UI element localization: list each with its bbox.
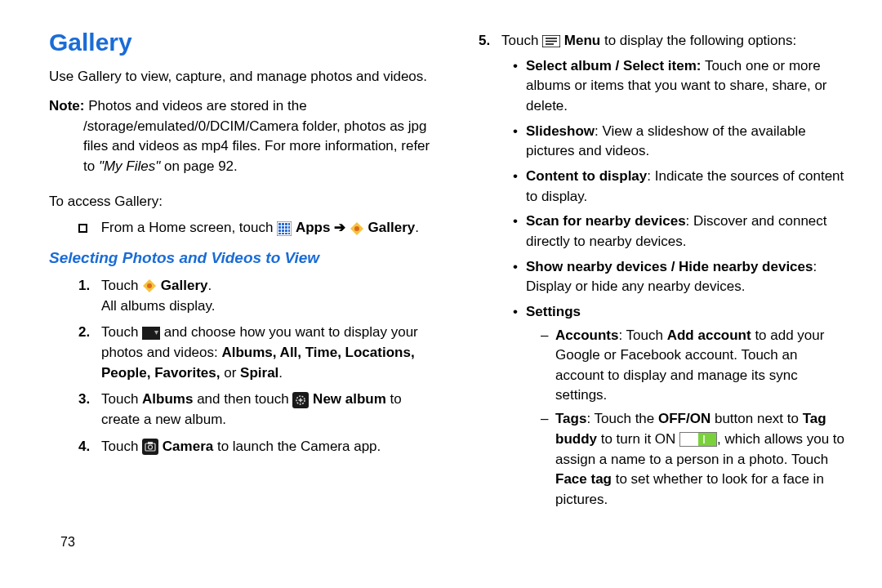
step-3-b: and then touch [193,391,292,407]
tag-b: OFF/ON [658,411,710,426]
step-4: 4. Touch Camera to launch the Camera app… [78,437,433,457]
setting-tags: Tags: Touch the OFF/ON button next to Ta… [541,409,849,510]
opt-scan: Scan for nearby devices: Discover and co… [513,212,849,252]
step-5-b: to display the following options: [600,33,796,48]
svg-rect-11 [285,229,287,232]
gallery-icon [142,276,157,296]
svg-rect-12 [288,229,290,232]
toggle-on-icon [679,430,717,450]
apps-label: Apps [296,220,331,235]
tag-g: Face tag [555,471,612,487]
opt-slideshow: Slideshow: View a slideshow of the avail… [513,122,849,162]
page-title: Gallery [49,24,433,60]
apps-grid-icon [277,219,292,239]
tag-c: button next to [710,411,802,426]
step-5: 5. Touch Menu to display the following o… [479,31,849,510]
step-2-or: or [224,365,240,381]
step-3-alb: Albums [142,391,193,407]
step-1-gallery: Gallery [161,278,208,293]
intro-text: Use Gallery to view, capture, and manage… [49,67,433,87]
svg-rect-4 [288,223,290,225]
menu-icon [542,31,560,51]
step-3-a: Touch [101,391,142,407]
step-1-line2: All albums display. [101,296,433,317]
o5t: Show nearby devices / Hide nearby device… [526,259,813,274]
step-2-a: Touch [101,324,142,340]
svg-rect-21 [142,327,160,340]
gallery-icon [350,219,364,239]
svg-rect-29 [148,442,153,444]
menu-options: Select album / Select item: Touch one or… [501,56,849,510]
opt-content: Content to display: Indicate the sources… [513,167,849,207]
svg-point-18 [354,226,359,231]
left-column: Gallery Use Gallery to view, capture, an… [49,24,433,551]
step-2-end: . [278,365,283,381]
opt-select: Select album / Select item: Touch one or… [513,56,849,117]
acc-t: Accounts [555,327,618,343]
arrow-icon: ➔ [334,220,350,235]
step-3-num: 3. [78,390,90,410]
note-label: Note: [49,98,84,114]
svg-rect-1 [278,223,281,225]
tag-t: Tags [555,411,586,426]
acc-a: : Touch [618,327,666,343]
step-2-last: Spiral [240,365,278,381]
from-home-line: From a Home screen, touch Apps ➔ Gallery… [49,218,433,238]
tag-a: : Touch the [586,411,658,426]
svg-rect-5 [278,226,281,229]
setting-accounts: Accounts: Touch Add account to add your … [541,326,849,407]
svg-rect-27 [142,439,158,455]
o3t: Content to display [526,168,647,184]
step-4-a: Touch [101,439,142,454]
step-3-na: New album [313,391,386,407]
step-1: 1. Touch Gallery. All albums display. [78,276,433,316]
step-1-a: Touch [101,278,142,293]
svg-rect-9 [278,229,281,232]
dropdown-dark-icon [142,323,160,343]
svg-rect-8 [288,226,290,229]
step-5-num: 5. [479,31,490,51]
note-block: Note: Photos and videos are stored in th… [49,96,433,177]
svg-rect-14 [282,233,284,234]
svg-rect-15 [285,233,287,234]
svg-rect-13 [278,233,281,234]
access-header: To access Gallery: [49,192,433,212]
o2t: Slideshow [526,123,595,139]
gallery-label: Gallery [368,220,416,235]
svg-rect-36 [698,433,716,446]
from-end: . [415,220,419,235]
svg-rect-2 [282,223,284,225]
settings-sublist: Accounts: Touch Add account to add your … [526,326,849,510]
svg-point-20 [147,283,152,288]
svg-rect-10 [282,229,284,232]
right-column: 5. Touch Menu to display the following o… [466,24,849,551]
step-5-a: Touch [501,33,542,48]
acc-b: Add account [667,327,751,343]
step-3: 3. Touch Albums and then touch New album… [78,390,433,430]
new-album-icon [292,390,309,410]
step-4-b: to launch the Camera app. [213,439,381,454]
step-5-menu: Menu [564,33,600,48]
page-number: 73 [49,532,433,551]
o4t: Scan for nearby devices [526,213,686,229]
tag-e: to turn it ON [597,431,679,447]
svg-rect-16 [288,233,290,234]
step-1-c: . [207,278,212,293]
step-4-cam: Camera [163,439,213,454]
opt-show-nearby: Show nearby devices / Hide nearby device… [513,257,849,297]
from-pre: From a Home screen, touch [101,220,277,235]
opt-settings: Settings Accounts: Touch Add account to … [513,302,849,510]
step-1-num: 1. [78,276,90,296]
settings-label: Settings [526,304,581,319]
o1t: Select album / Select item: [526,58,701,74]
svg-rect-7 [285,226,287,229]
svg-rect-3 [285,223,287,225]
camera-icon [142,437,158,457]
square-bullet-icon [78,224,87,233]
subheading: Selecting Photos and Videos to View [49,247,433,270]
note-text-b: on page 92. [160,158,238,174]
svg-rect-6 [282,226,284,229]
step-2: 2. Touch and choose how you want to disp… [78,323,433,383]
steps-list-cont: 5. Touch Menu to display the following o… [466,31,849,510]
step-2-num: 2. [78,323,90,343]
